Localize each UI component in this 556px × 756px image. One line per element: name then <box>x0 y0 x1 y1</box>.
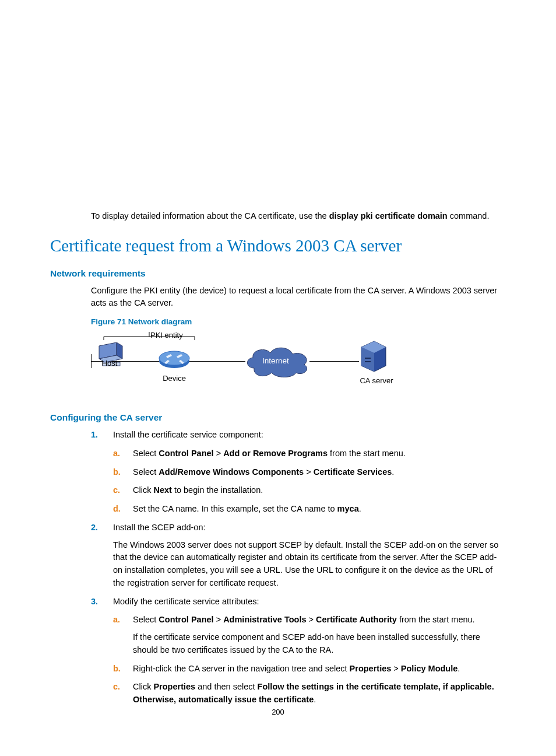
step-2-text: Install the SCEP add-on: <box>113 523 206 532</box>
step-3b-letter: b. <box>113 663 121 676</box>
network-requirements-body: Configure the PKI entity (the device) to… <box>91 285 506 309</box>
ca-server-icon <box>359 340 388 372</box>
step-3b: b. Right-click the CA server in the navi… <box>113 663 506 676</box>
step-3-text: Modify the certificate service attribute… <box>113 597 259 606</box>
step-3: 3. Modify the certificate service attrib… <box>91 596 506 706</box>
heading-configuring-ca-server: Configuring the CA server <box>50 412 506 423</box>
svg-point-5 <box>159 351 189 365</box>
intro-paragraph: To display detailed information about th… <box>91 210 506 222</box>
step-1c: c. Click Next to begin the installation. <box>113 484 506 497</box>
label-device: Device <box>160 374 189 383</box>
step-1d: d. Set the CA name. In this example, set… <box>113 503 506 516</box>
document-page: To display detailed information about th… <box>0 0 556 747</box>
label-ca-server: CA server <box>353 376 400 385</box>
step-2-number: 2. <box>91 522 98 534</box>
step-1-text: Install the certificate service componen… <box>113 430 263 439</box>
page-number: 200 <box>0 708 556 716</box>
line-device-internet <box>187 361 245 362</box>
step-3-number: 3. <box>91 596 98 608</box>
step-1b-letter: b. <box>113 466 121 479</box>
step-3-sublist: a. Select Control Panel > Administrative… <box>113 614 506 706</box>
step-2: 2. Install the SCEP add-on: The Windows … <box>91 522 506 590</box>
line-internet-ca <box>309 361 359 362</box>
label-internet: Internet <box>262 356 289 365</box>
intro-command: display pki certificate domain <box>329 211 448 220</box>
step-1b: b. Select Add/Remove Windows Components … <box>113 466 506 479</box>
device-icon <box>158 348 191 370</box>
step-1-sublist: a. Select Control Panel > Add or Remove … <box>113 447 506 516</box>
intro-text-suffix: command. <box>448 211 490 220</box>
step-1a: a. Select Control Panel > Add or Remove … <box>113 447 506 460</box>
step-3a-body: If the certificate service component and… <box>133 631 506 657</box>
step-3a: a. Select Control Panel > Administrative… <box>113 614 506 656</box>
step-3c: c. Click Properties and then select Foll… <box>113 681 506 706</box>
label-host: Host <box>98 359 121 368</box>
step-1: 1. Install the certificate service compo… <box>91 429 506 516</box>
svg-rect-10 <box>365 361 371 362</box>
step-3a-letter: a. <box>113 614 120 626</box>
step-2-body: The Windows 2003 server does not support… <box>113 539 506 590</box>
step-1a-letter: a. <box>113 447 120 460</box>
config-steps-list: 1. Install the certificate service compo… <box>91 429 506 706</box>
network-diagram: Host PKI entity Device Internet CA serve… <box>91 331 417 395</box>
step-1c-letter: c. <box>113 484 120 497</box>
figure-caption: Figure 71 Network diagram <box>91 317 506 326</box>
intro-text-prefix: To display detailed information about th… <box>91 211 329 220</box>
svg-rect-9 <box>365 358 371 359</box>
page-title: Certificate request from a Windows 2003 … <box>50 236 506 256</box>
line-host-stub <box>91 354 92 368</box>
step-1-number: 1. <box>91 429 98 442</box>
heading-network-requirements: Network requirements <box>50 268 506 279</box>
label-pki-entity: PKI entity <box>150 331 183 340</box>
step-3c-letter: c. <box>113 681 120 694</box>
step-1d-letter: d. <box>113 503 121 516</box>
